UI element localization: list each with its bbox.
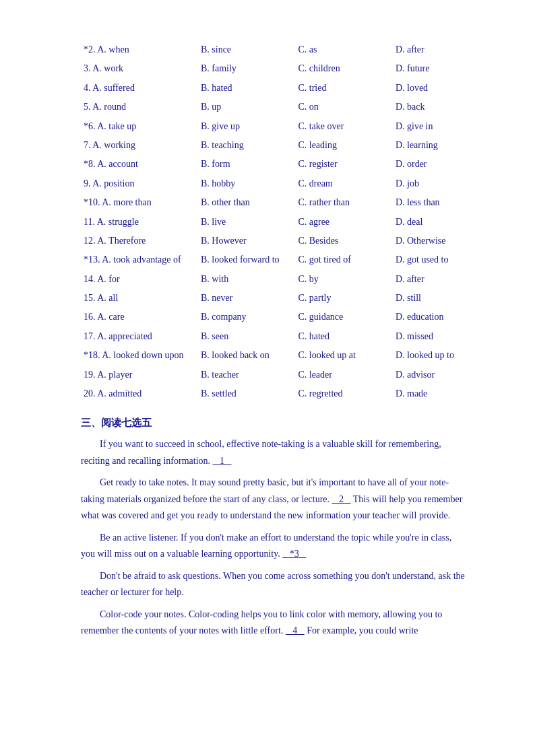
- option-d: D. less than: [393, 193, 468, 212]
- option-d: D. back: [393, 98, 468, 116]
- table-row: *8. A. accountB. formC. registerD. order: [81, 155, 468, 174]
- question-number: *2. A. when: [81, 40, 198, 59]
- question-number: 12. A. Therefore: [81, 232, 198, 250]
- option-b: B. since: [198, 40, 295, 59]
- option-d: D. advisor: [393, 366, 468, 384]
- table-row: 20. A. admittedB. settledC. regrettedD. …: [81, 384, 468, 403]
- table-row: 14. A. forB. withC. byD. after: [81, 270, 468, 289]
- option-b: B. family: [198, 59, 295, 78]
- option-c: C. agree: [295, 213, 392, 232]
- question-number: 4. A. suffered: [81, 79, 198, 98]
- question-number: 9. A. position: [81, 174, 198, 193]
- table-row: 17. A. appreciatedB. seenC. hatedD. miss…: [81, 327, 468, 346]
- option-d: D. Otherwise: [393, 232, 468, 250]
- section-title: 三、阅读七选五: [81, 417, 468, 429]
- question-number: *18. A. looked down upon: [81, 346, 198, 365]
- option-c: C. looked up at: [295, 346, 392, 365]
- option-b: B. hobby: [198, 174, 295, 193]
- question-number: 15. A. all: [81, 289, 198, 308]
- passage-paragraph: If you want to succeed in school, effect…: [81, 436, 468, 469]
- passage-paragraph: Be an active listener. If you don't make…: [81, 530, 468, 563]
- option-b: B. company: [198, 308, 295, 327]
- option-d: D. future: [393, 59, 468, 78]
- option-d: D. education: [393, 308, 468, 327]
- table-row: 4. A. sufferedB. hatedC. triedD. loved: [81, 79, 468, 98]
- question-number: 7. A. working: [81, 136, 198, 155]
- question-number: *13. A. took advantage of: [81, 250, 198, 269]
- blank-1: 1: [213, 456, 232, 466]
- option-d: D. missed: [393, 327, 468, 346]
- option-c: C. leading: [295, 136, 392, 155]
- option-c: C. regretted: [295, 384, 392, 403]
- option-c: C. register: [295, 155, 392, 174]
- question-number: *6. A. take up: [81, 117, 198, 136]
- table-row: *13. A. took advantage ofB. looked forwa…: [81, 250, 468, 269]
- passage-paragraph: Color-code your notes. Color-coding help…: [81, 607, 468, 640]
- option-d: D. give in: [393, 117, 468, 136]
- table-row: 9. A. positionB. hobbyC. dreamD. job: [81, 174, 468, 193]
- option-d: D. made: [393, 384, 468, 403]
- option-d: D. learning: [393, 136, 468, 155]
- option-b: B. settled: [198, 384, 295, 403]
- option-b: B. seen: [198, 327, 295, 346]
- option-c: C. hated: [295, 327, 392, 346]
- table-row: 19. A. playerB. teacherC. leaderD. advis…: [81, 366, 468, 384]
- option-c: C. dream: [295, 174, 392, 193]
- passage: If you want to succeed in school, effect…: [81, 436, 468, 640]
- option-d: D. job: [393, 174, 468, 193]
- table-row: 15. A. allB. neverC. partlyD. still: [81, 289, 468, 308]
- table-row: 11. A. struggleB. liveC. agreeD. deal: [81, 213, 468, 232]
- option-c: C. as: [295, 40, 392, 59]
- question-number: 16. A. care: [81, 308, 198, 327]
- option-b: B. teaching: [198, 136, 295, 155]
- option-b: B. However: [198, 232, 295, 250]
- option-c: C. leader: [295, 366, 392, 384]
- option-d: D. order: [393, 155, 468, 174]
- table-row: 3. A. workB. familyC. childrenD. future: [81, 59, 468, 78]
- option-d: D. still: [393, 289, 468, 308]
- option-c: C. Besides: [295, 232, 392, 250]
- question-number: 17. A. appreciated: [81, 327, 198, 346]
- option-c: C. children: [295, 59, 392, 78]
- option-b: B. looked back on: [198, 346, 295, 365]
- option-c: C. got tired of: [295, 250, 392, 269]
- option-d: D. looked up to: [393, 346, 468, 365]
- option-d: D. after: [393, 270, 468, 289]
- blank-4: 4: [286, 625, 305, 635]
- option-d: D. deal: [393, 213, 468, 232]
- table-row: 16. A. careB. companyC. guidanceD. educa…: [81, 308, 468, 327]
- table-row: 12. A. ThereforeB. HoweverC. BesidesD. O…: [81, 232, 468, 250]
- table-row: *6. A. take upB. give upC. take overD. g…: [81, 117, 468, 136]
- option-c: C. take over: [295, 117, 392, 136]
- option-d: D. after: [393, 40, 468, 59]
- table-row: *18. A. looked down uponB. looked back o…: [81, 346, 468, 365]
- option-d: D. got used to: [393, 250, 468, 269]
- option-c: C. guidance: [295, 308, 392, 327]
- option-c: C. by: [295, 270, 392, 289]
- question-number: 19. A. player: [81, 366, 198, 384]
- passage-paragraph: Don't be afraid to ask questions. When y…: [81, 568, 468, 601]
- option-c: C. partly: [295, 289, 392, 308]
- option-c: C. on: [295, 98, 392, 116]
- option-c: C. tried: [295, 79, 392, 98]
- option-b: B. looked forward to: [198, 250, 295, 269]
- question-number: 3. A. work: [81, 59, 198, 78]
- passage-paragraph: Get ready to take notes. It may sound pr…: [81, 475, 468, 524]
- option-b: B. teacher: [198, 366, 295, 384]
- blank-*3: *3: [282, 549, 306, 559]
- option-b: B. with: [198, 270, 295, 289]
- blank-2: 2: [332, 494, 351, 504]
- option-b: B. give up: [198, 117, 295, 136]
- option-b: B. hated: [198, 79, 295, 98]
- question-number: 5. A. round: [81, 98, 198, 116]
- question-number: 11. A. struggle: [81, 213, 198, 232]
- option-b: B. other than: [198, 193, 295, 212]
- option-c: C. rather than: [295, 193, 392, 212]
- table-row: 5. A. roundB. upC. onD. back: [81, 98, 468, 116]
- question-number: *8. A. account: [81, 155, 198, 174]
- question-number: 20. A. admitted: [81, 384, 198, 403]
- question-number: 14. A. for: [81, 270, 198, 289]
- option-b: B. form: [198, 155, 295, 174]
- option-b: B. up: [198, 98, 295, 116]
- option-b: B. never: [198, 289, 295, 308]
